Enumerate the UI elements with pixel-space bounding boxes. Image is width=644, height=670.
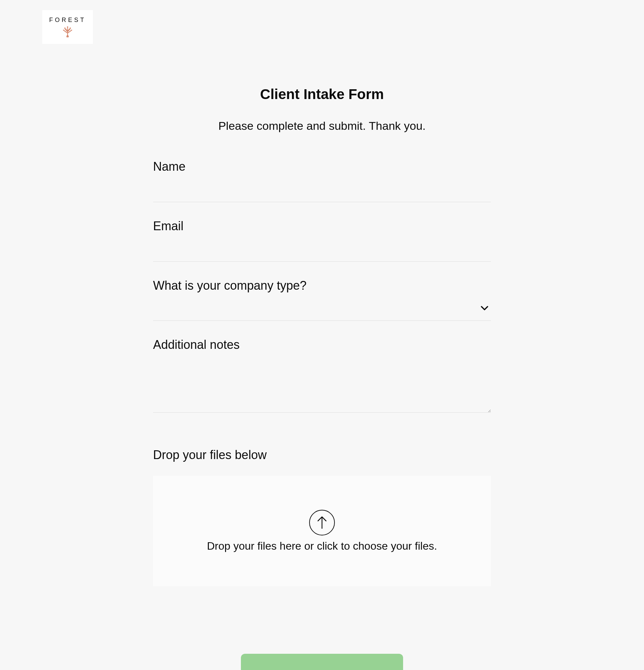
name-label: Name <box>153 160 491 174</box>
email-input[interactable] <box>153 237 491 262</box>
upload-section: Drop your files below Drop your files he… <box>153 448 491 586</box>
company-type-select[interactable] <box>153 296 491 320</box>
upload-label: Drop your files below <box>153 448 491 462</box>
notes-textarea[interactable] <box>153 355 491 413</box>
brand-logo: FOREST <box>42 10 93 44</box>
company-type-label: What is your company type? <box>153 279 491 293</box>
upload-arrow-icon <box>309 509 335 536</box>
file-dropzone[interactable]: Drop your files here or click to choose … <box>153 475 491 586</box>
form-container: Client Intake Form Please complete and s… <box>153 0 491 670</box>
dropzone-text: Drop your files here or click to choose … <box>160 540 484 552</box>
company-type-group: What is your company type? <box>153 279 491 321</box>
continue-button[interactable]: Continue <box>241 654 403 670</box>
logo-text: FOREST <box>49 16 86 24</box>
notes-group: Additional notes <box>153 338 491 414</box>
email-label: Email <box>153 219 491 233</box>
page-title: Client Intake Form <box>153 86 491 103</box>
name-input[interactable] <box>153 177 491 202</box>
page-subtitle: Please complete and submit. Thank you. <box>153 119 491 133</box>
tree-icon <box>61 26 74 38</box>
email-group: Email <box>153 219 491 262</box>
notes-label: Additional notes <box>153 338 491 352</box>
name-group: Name <box>153 160 491 202</box>
company-type-select-wrapper <box>153 296 491 321</box>
